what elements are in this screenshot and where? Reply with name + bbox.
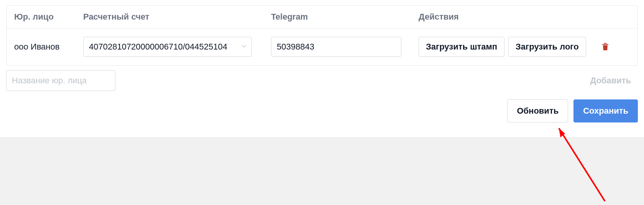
refresh-button[interactable]: Обновить <box>507 99 568 122</box>
legal-entities-table: Юр. лицо Расчетный счет Telegram Действи… <box>6 5 638 66</box>
column-header-actions: Действия <box>419 12 630 22</box>
legal-entities-panel: Юр. лицо Расчетный счет Telegram Действи… <box>0 5 644 122</box>
column-header-telegram: Telegram <box>271 12 419 22</box>
table-header-row: Юр. лицо Расчетный счет Telegram Действи… <box>7 6 637 28</box>
entity-name-cell: ооо Иванов <box>14 42 83 52</box>
column-header-entity: Юр. лицо <box>14 12 83 22</box>
svg-marker-1 <box>559 128 565 137</box>
upload-logo-button[interactable]: Загрузить лого <box>508 37 586 57</box>
entity-name-input[interactable] <box>6 70 115 91</box>
add-entity-button[interactable]: Добавить <box>583 70 638 91</box>
telegram-input[interactable] <box>271 37 401 57</box>
actions-cell: Загрузить штамп Загрузить лого <box>419 37 630 57</box>
upload-stamp-button[interactable]: Загрузить штамп <box>419 37 504 57</box>
trash-icon <box>601 42 610 52</box>
column-header-account: Расчетный счет <box>83 12 271 22</box>
footer-actions: Обновить Сохранить <box>6 99 638 122</box>
page-background <box>0 137 644 205</box>
account-select[interactable] <box>83 37 252 57</box>
delete-row-button[interactable] <box>598 39 613 55</box>
table-row: ооо Иванов Загрузить штамп Загрузить лог… <box>7 28 637 65</box>
save-button[interactable]: Сохранить <box>573 99 638 122</box>
account-select-value[interactable] <box>83 37 252 57</box>
add-entity-row: Добавить <box>6 70 638 91</box>
